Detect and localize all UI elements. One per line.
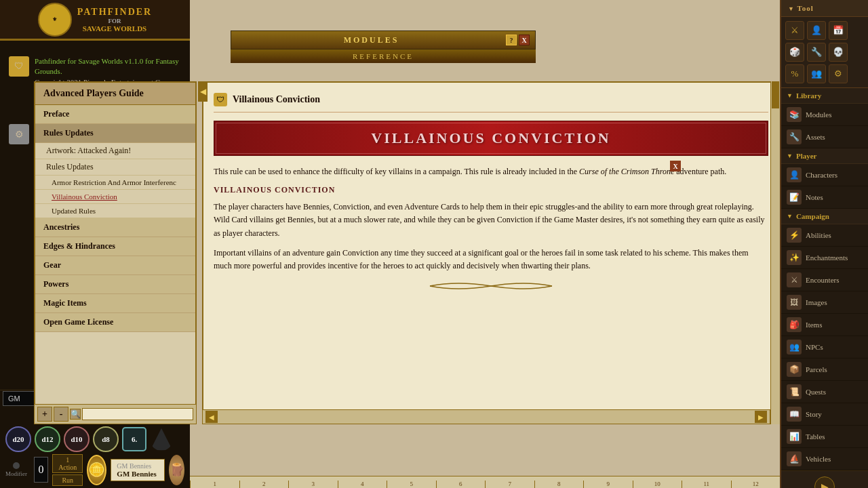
toc-section-ancestries[interactable]: Ancestries bbox=[35, 218, 195, 237]
content-next-arrow[interactable]: ▶ bbox=[755, 411, 767, 423]
tool-icon-4[interactable]: 🎲 bbox=[785, 43, 804, 62]
toc-sub-villainous[interactable]: Villainous Conviction bbox=[35, 190, 195, 204]
toc-search-input[interactable] bbox=[82, 408, 193, 420]
campaign-section-header: ▼ Campaign bbox=[781, 209, 868, 224]
tool-icon-8[interactable]: 👥 bbox=[807, 64, 826, 83]
logo-emblem: ⚜ bbox=[38, 3, 72, 37]
play-button[interactable]: ▶ bbox=[814, 476, 835, 488]
toc-section-magic-items[interactable]: Magic Items bbox=[35, 294, 195, 313]
modifier-value[interactable]: 0 bbox=[34, 457, 48, 483]
d8-die[interactable]: d8 bbox=[93, 426, 119, 452]
modules-help-btn[interactable]: ? bbox=[506, 35, 517, 45]
italic-title: Curse of the Crimson Throne bbox=[579, 167, 674, 176]
ruler-mark-12: 12 bbox=[731, 481, 781, 488]
sidebar-item-abilities[interactable]: ⚡ Abilities bbox=[781, 224, 868, 247]
content-prev-arrow[interactable]: ◀ bbox=[205, 411, 218, 423]
d10-die[interactable]: d10 bbox=[64, 426, 90, 452]
logo-text: PATHFINDER FOR SAVAGE WORLDS bbox=[77, 7, 152, 33]
content-subtitle: Villainous Conviction bbox=[214, 185, 768, 195]
sidebar-item-npcs[interactable]: 👥 NPCs bbox=[781, 336, 868, 359]
toc-zoom-out-button[interactable]: - bbox=[54, 407, 68, 422]
sidebar-item-modules[interactable]: 📚 Modules bbox=[781, 104, 868, 126]
content-entry-title: Villainous Conviction bbox=[233, 94, 320, 105]
toc-item-rules-updates[interactable]: Rules Updates bbox=[35, 159, 195, 176]
ruler-mark-10: 10 bbox=[633, 481, 682, 488]
bennies-coin[interactable]: 🪙 bbox=[87, 455, 106, 485]
d20-die[interactable]: d20 bbox=[5, 426, 31, 452]
sidebar-item-vehicles[interactable]: ⛵ Vehicles bbox=[781, 448, 868, 470]
assets-icon: 🔧 bbox=[787, 129, 802, 144]
toc-section-preface[interactable]: Preface bbox=[35, 105, 195, 124]
toc-section-edges[interactable]: Edges & Hindrances bbox=[35, 237, 195, 256]
ruler-mark-6: 6 bbox=[436, 481, 486, 488]
ruler: 1 2 3 4 5 6 7 8 9 10 11 12 bbox=[190, 476, 780, 488]
logo-area: ⚜ PATHFINDER FOR SAVAGE WORLDS bbox=[0, 0, 190, 41]
tool-icon-9[interactable]: ⚙ bbox=[829, 64, 848, 83]
content-scrollbar[interactable] bbox=[770, 81, 780, 424]
npcs-icon: 👥 bbox=[787, 340, 802, 354]
sidebar-item-parcels[interactable]: 📦 Parcels bbox=[781, 359, 868, 381]
toc-item-artwork[interactable]: Artwork: Attacked Again! bbox=[35, 143, 195, 159]
toc-collapse-arrow[interactable]: ◀ bbox=[198, 81, 208, 102]
toc-zoom-in-button[interactable]: + bbox=[37, 407, 52, 422]
sidebar-item-quests[interactable]: 📜 Quests bbox=[781, 381, 868, 403]
toc-sub-armor[interactable]: Armor Restriction And Armor Interferenc bbox=[35, 176, 195, 190]
player-section-header: ▼ Player bbox=[781, 148, 868, 164]
ruler-mark-11: 11 bbox=[682, 481, 731, 488]
toc-header: Advanced Players Guide bbox=[35, 83, 195, 105]
info-title-1: Pathfinder for Savage Worlds v1.1.0 for … bbox=[35, 57, 179, 75]
ruler-mark-2: 2 bbox=[239, 481, 289, 488]
tool-icon-2[interactable]: 👤 bbox=[807, 21, 826, 40]
action1-button[interactable]: 1 Action bbox=[52, 454, 83, 473]
content-panel: 🛡 Villainous Conviction X VILLAINOUS CON… bbox=[202, 81, 780, 424]
sidebar-item-story[interactable]: 📖 Story bbox=[781, 403, 868, 426]
sidebar-item-encounters[interactable]: ⚔ Encounters bbox=[781, 269, 868, 291]
modifier-indicator[interactable] bbox=[13, 462, 20, 469]
modules-close-btn[interactable]: X bbox=[519, 35, 530, 45]
abilities-icon: ⚡ bbox=[787, 228, 802, 243]
content-para2: Important villains of an adventure gain … bbox=[214, 247, 768, 272]
action-row: Modifier 0 1 Action Run 🪙 GM Bennies GM … bbox=[0, 455, 190, 485]
content-intro: This rule can be used to enhance the dif… bbox=[214, 165, 768, 178]
pathfinder-icon: 🛡 bbox=[9, 56, 29, 77]
ruler-mark-3: 3 bbox=[288, 481, 338, 488]
ruler-mark-7: 7 bbox=[485, 481, 534, 488]
notes-icon: 📝 bbox=[787, 190, 802, 205]
d12-die[interactable]: d12 bbox=[35, 426, 60, 452]
sidebar-item-enchantments[interactable]: ✨ Enchantments bbox=[781, 247, 868, 269]
enchantments-icon: ✨ bbox=[787, 250, 802, 265]
toc-sub-updated-rules[interactable]: Updated Rules bbox=[35, 204, 195, 218]
tool-icon-6[interactable]: 💀 bbox=[829, 43, 848, 62]
toc-section-powers[interactable]: Powers bbox=[35, 275, 195, 294]
core-ruleset-icon: ⚙ bbox=[9, 124, 29, 144]
tool-icon-1[interactable]: ⚔ bbox=[785, 21, 804, 40]
items-icon: 🎒 bbox=[787, 317, 802, 332]
wood-token[interactable]: 🪵 bbox=[169, 455, 184, 485]
tool-icon-7[interactable]: % bbox=[785, 64, 804, 83]
ruler-mark-1: 1 bbox=[190, 481, 239, 488]
toc-section-gear[interactable]: Gear bbox=[35, 256, 195, 275]
content-bottom-nav: ◀ ▶ bbox=[202, 409, 770, 424]
toc-search-icon[interactable]: 🔍 bbox=[70, 409, 81, 420]
toc-section-rules-updates[interactable]: Rules Updates bbox=[35, 124, 195, 143]
story-icon: 📖 bbox=[787, 407, 802, 422]
scroll-thumb[interactable] bbox=[772, 81, 779, 108]
sidebar-item-assets[interactable]: 🔧 Assets bbox=[781, 126, 868, 148]
ruler-mark-5: 5 bbox=[387, 481, 436, 488]
quests-icon: 📜 bbox=[787, 384, 802, 399]
sidebar-item-tables[interactable]: 📊 Tables bbox=[781, 426, 868, 448]
d6-die[interactable]: 6. bbox=[122, 427, 146, 451]
action2-button[interactable]: Run bbox=[52, 474, 83, 486]
tool-icon-5[interactable]: 🔧 bbox=[807, 43, 826, 62]
sidebar-item-characters[interactable]: 👤 Characters bbox=[781, 164, 868, 186]
gm-bennies-label: GM Bennies bbox=[117, 470, 159, 478]
sidebar-item-items[interactable]: 🎒 Items bbox=[781, 314, 868, 336]
d4-die[interactable] bbox=[150, 428, 173, 451]
modules-icon: 📚 bbox=[787, 107, 802, 122]
toc-section-open-game[interactable]: Open Game License bbox=[35, 313, 195, 332]
sidebar-item-images[interactable]: 🖼 Images bbox=[781, 291, 868, 314]
sidebar-item-notes[interactable]: 📝 Notes bbox=[781, 186, 868, 209]
content-close-btn[interactable]: X bbox=[670, 161, 681, 171]
tool-icon-3[interactable]: 📅 bbox=[829, 21, 848, 40]
library-section-header: ▼ Library bbox=[781, 88, 868, 104]
